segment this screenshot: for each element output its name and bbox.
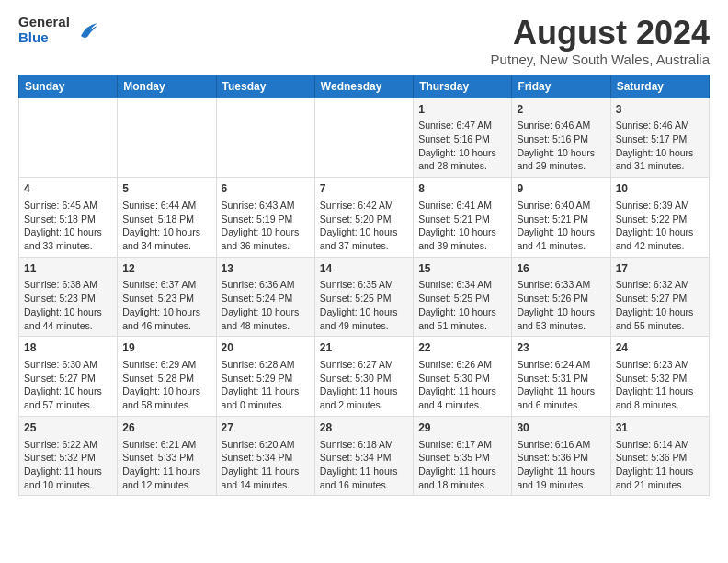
cell-text: Daylight: 10 hours (418, 146, 506, 160)
day-number: 30 (517, 420, 605, 436)
calendar-cell: 26Sunrise: 6:21 AMSunset: 5:33 PMDayligh… (118, 416, 216, 496)
cell-text: and 6 minutes. (517, 398, 605, 412)
calendar-cell: 27Sunrise: 6:20 AMSunset: 5:34 PMDayligh… (216, 416, 314, 496)
cell-text: Sunset: 5:21 PM (517, 213, 605, 226)
cell-text: Sunrise: 6:46 AM (517, 119, 605, 132)
cell-text: Sunset: 5:26 PM (517, 292, 605, 305)
cell-text: Sunset: 5:22 PM (616, 213, 704, 226)
cell-text: Sunrise: 6:24 AM (517, 358, 605, 372)
cell-text: Daylight: 11 hours (616, 465, 704, 478)
day-number: 14 (320, 261, 408, 277)
cell-text: Sunrise: 6:22 AM (24, 438, 112, 452)
cell-text: Sunset: 5:31 PM (517, 372, 605, 385)
day-number: 25 (24, 420, 112, 436)
cell-text: and 21 minutes. (616, 478, 704, 492)
cell-text: Daylight: 10 hours (616, 225, 704, 239)
calendar-cell: 17Sunrise: 6:32 AMSunset: 5:27 PMDayligh… (610, 257, 709, 337)
cell-text: Sunrise: 6:33 AM (517, 278, 605, 292)
day-number: 26 (122, 420, 210, 436)
subtitle: Putney, New South Wales, Australia (491, 52, 710, 67)
day-number: 24 (616, 340, 704, 356)
day-number: 5 (122, 181, 210, 197)
cell-text: Sunset: 5:35 PM (418, 451, 506, 465)
cell-text: Sunrise: 6:26 AM (418, 358, 506, 372)
day-number: 28 (320, 420, 408, 436)
cell-text: Daylight: 10 hours (616, 146, 704, 160)
day-number: 1 (418, 102, 506, 118)
day-number: 13 (222, 261, 310, 277)
logo: General Blue (18, 15, 99, 45)
calendar-cell: 5Sunrise: 6:44 AMSunset: 5:18 PMDaylight… (118, 178, 216, 258)
cell-text: Sunset: 5:16 PM (418, 132, 506, 146)
cell-text: and 18 minutes. (418, 478, 506, 492)
calendar-cell: 9Sunrise: 6:40 AMSunset: 5:21 PMDaylight… (512, 178, 610, 258)
cell-text: and 57 minutes. (24, 398, 112, 412)
cell-text: Sunrise: 6:39 AM (616, 199, 704, 213)
week-row-4: 18Sunrise: 6:30 AMSunset: 5:27 PMDayligh… (19, 337, 710, 417)
calendar-cell: 13Sunrise: 6:36 AMSunset: 5:24 PMDayligh… (216, 257, 314, 337)
cell-text: Sunrise: 6:36 AM (222, 278, 310, 292)
header-cell-saturday: Saturday (610, 75, 709, 98)
cell-text: Sunset: 5:30 PM (418, 372, 506, 385)
cell-text: and 14 minutes. (222, 478, 310, 492)
cell-text: Sunset: 5:21 PM (418, 213, 506, 226)
calendar-cell: 31Sunrise: 6:14 AMSunset: 5:36 PMDayligh… (610, 416, 709, 496)
calendar-cell: 10Sunrise: 6:39 AMSunset: 5:22 PMDayligh… (610, 178, 709, 258)
calendar-cell: 7Sunrise: 6:42 AMSunset: 5:20 PMDaylight… (314, 178, 413, 258)
cell-text: Sunrise: 6:14 AM (616, 438, 704, 452)
day-number: 6 (222, 181, 310, 197)
day-number: 12 (122, 261, 210, 277)
day-number: 16 (517, 261, 605, 277)
cell-text: and 58 minutes. (122, 398, 210, 412)
cell-text: Daylight: 10 hours (24, 305, 112, 319)
day-number: 11 (24, 261, 112, 277)
calendar-cell (314, 98, 413, 178)
cell-text: and 28 minutes. (418, 159, 506, 173)
cell-text: Daylight: 11 hours (616, 385, 704, 398)
cell-text: Daylight: 11 hours (222, 465, 310, 478)
cell-text: Sunset: 5:29 PM (222, 372, 310, 385)
calendar-cell: 16Sunrise: 6:33 AMSunset: 5:26 PMDayligh… (512, 257, 610, 337)
cell-text: and 19 minutes. (517, 478, 605, 492)
cell-text: Sunset: 5:19 PM (222, 213, 310, 226)
day-number: 29 (418, 420, 506, 436)
cell-text: Sunrise: 6:20 AM (222, 438, 310, 452)
cell-text: Sunset: 5:36 PM (616, 451, 704, 465)
calendar-cell: 15Sunrise: 6:34 AMSunset: 5:25 PMDayligh… (414, 257, 512, 337)
cell-text: Daylight: 11 hours (418, 465, 506, 478)
cell-text: Sunset: 5:27 PM (616, 292, 704, 305)
cell-text: Sunrise: 6:21 AM (122, 438, 210, 452)
cell-text: and 34 minutes. (122, 239, 210, 253)
calendar-cell: 12Sunrise: 6:37 AMSunset: 5:23 PMDayligh… (118, 257, 216, 337)
day-number: 27 (222, 420, 310, 436)
calendar-header: SundayMondayTuesdayWednesdayThursdayFrid… (19, 75, 710, 98)
cell-text: Sunrise: 6:38 AM (24, 278, 112, 292)
calendar-cell: 24Sunrise: 6:23 AMSunset: 5:32 PMDayligh… (610, 337, 709, 417)
cell-text: Sunset: 5:30 PM (320, 372, 408, 385)
calendar-cell: 8Sunrise: 6:41 AMSunset: 5:21 PMDaylight… (414, 178, 512, 258)
day-number: 19 (122, 340, 210, 356)
cell-text: Sunrise: 6:47 AM (418, 119, 506, 132)
cell-text: Sunrise: 6:30 AM (24, 358, 112, 372)
cell-text: Daylight: 10 hours (24, 385, 112, 398)
cell-text: Daylight: 10 hours (418, 225, 506, 239)
calendar-cell: 4Sunrise: 6:45 AMSunset: 5:18 PMDaylight… (19, 178, 118, 258)
cell-text: Sunrise: 6:28 AM (222, 358, 310, 372)
cell-text: and 10 minutes. (24, 478, 112, 492)
cell-text: Sunset: 5:18 PM (24, 213, 112, 226)
cell-text: Daylight: 10 hours (24, 225, 112, 239)
header-cell-monday: Monday (118, 75, 216, 98)
cell-text: Sunrise: 6:45 AM (24, 199, 112, 213)
header-cell-friday: Friday (512, 75, 610, 98)
cell-text: Sunrise: 6:35 AM (320, 278, 408, 292)
cell-text: and 46 minutes. (122, 319, 210, 333)
cell-text: and 48 minutes. (222, 319, 310, 333)
logo-general-text: General (18, 15, 70, 30)
week-row-3: 11Sunrise: 6:38 AMSunset: 5:23 PMDayligh… (19, 257, 710, 337)
day-number: 2 (517, 102, 605, 118)
cell-text: and 4 minutes. (418, 398, 506, 412)
cell-text: Sunrise: 6:32 AM (616, 278, 704, 292)
cell-text: Sunset: 5:17 PM (616, 132, 704, 146)
cell-text: Sunset: 5:16 PM (517, 132, 605, 146)
week-row-5: 25Sunrise: 6:22 AMSunset: 5:32 PMDayligh… (19, 416, 710, 496)
